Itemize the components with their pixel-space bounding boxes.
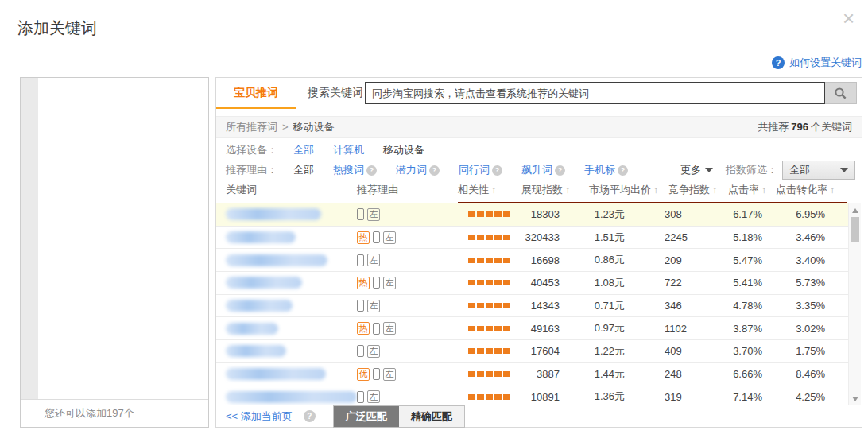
redacted-keyword xyxy=(226,391,357,403)
ctr-cell: 3.70% xyxy=(715,340,762,362)
hot-badge: 热 xyxy=(357,277,370,289)
sort-arrow-icon[interactable]: ↑ xyxy=(712,184,717,196)
reason-option-0[interactable]: 全部 xyxy=(293,163,314,177)
table-row[interactable]: 左108911.36元3197.14%4.25% xyxy=(216,386,849,407)
relevance-block-icon xyxy=(468,371,475,377)
reason-option-5[interactable]: 手机标? xyxy=(584,163,628,177)
close-icon[interactable]: × xyxy=(843,8,854,29)
scroll-down-button[interactable] xyxy=(849,393,861,405)
competition-cell: 308 xyxy=(665,203,712,226)
tab-search-keywords[interactable]: 搜索关键词 xyxy=(296,78,375,107)
relevance-block-icon xyxy=(494,280,502,285)
help-icon[interactable]: ? xyxy=(618,165,628,176)
match-help-icon[interactable]: ? xyxy=(304,410,316,422)
avg-price-cell: 0.71元 xyxy=(566,295,625,317)
device-option-2[interactable]: 移动设备 xyxy=(383,143,424,157)
device-option-1[interactable]: 计算机 xyxy=(333,143,364,157)
ctr-cell: 4.78% xyxy=(715,295,762,317)
column-header-7[interactable]: 点击转化率↑ xyxy=(776,183,835,197)
reason-option-1[interactable]: 热搜词? xyxy=(333,163,377,177)
left-badge: 左 xyxy=(383,368,396,381)
impressions-cell: 40453 xyxy=(512,272,560,294)
cvr-cell: 3.46% xyxy=(777,227,825,249)
table-row[interactable]: 左176041.22元4093.70%1.75% xyxy=(216,340,849,363)
sort-arrow-icon[interactable]: ↑ xyxy=(761,184,766,196)
mobile-icon xyxy=(373,323,380,335)
sort-arrow-icon[interactable]: ↑ xyxy=(565,184,570,196)
help-icon[interactable]: ? xyxy=(492,165,502,176)
table-row[interactable]: 热左404531.08元7225.41%5.73% xyxy=(216,272,849,295)
table-row[interactable]: 热左3204331.51元22455.18%3.46% xyxy=(216,227,849,250)
reason-option-4[interactable]: 飙升词? xyxy=(521,163,565,177)
relevance-block-icon xyxy=(477,211,484,217)
relevance-block-icon xyxy=(503,394,510,400)
column-header-4[interactable]: 市场平均出价↑ xyxy=(589,183,658,197)
sort-arrow-icon[interactable]: ↑ xyxy=(830,184,835,196)
cvr-cell: 3.35% xyxy=(777,295,825,317)
mobile-icon xyxy=(357,345,364,357)
competition-cell: 319 xyxy=(665,386,712,407)
table-row[interactable]: 优左38871.44元2486.66%8.46% xyxy=(216,363,849,386)
relevance-block-icon xyxy=(486,303,493,308)
add-current-page-link[interactable]: << 添加当前页 xyxy=(226,409,293,424)
mobile-icon xyxy=(357,208,364,220)
keyword-search-input[interactable] xyxy=(365,82,825,104)
scroll-up-button[interactable] xyxy=(849,205,861,216)
keyword-cell xyxy=(226,203,357,226)
match-button-0[interactable]: 广泛匹配 xyxy=(334,406,399,427)
relevance-block-icon xyxy=(468,394,475,400)
breadcrumb-root[interactable]: 所有推荐词 xyxy=(226,120,277,134)
reason-filter-options: 全部热搜词?潜力词?同行词?飙升词?手机标? xyxy=(293,163,647,177)
more-filters-link[interactable]: 更多 xyxy=(680,163,713,177)
relevance-block-icon xyxy=(477,258,484,263)
reason-option-2[interactable]: 潜力词? xyxy=(396,163,440,177)
impressions-cell: 18303 xyxy=(512,203,560,226)
how-to-set-keywords-link[interactable]: ? 如何设置关键词 xyxy=(772,56,862,70)
ctr-cell: 3.87% xyxy=(715,317,762,339)
help-icon[interactable]: ? xyxy=(555,165,565,176)
competition-cell: 346 xyxy=(665,295,712,317)
tab-item-words[interactable]: 宝贝推词 xyxy=(216,79,296,109)
column-header-1: 推荐理由 xyxy=(357,183,398,197)
table-row[interactable]: 左166980.86元2095.47%3.40% xyxy=(216,249,849,272)
total-suffix: 个关键词 xyxy=(811,121,852,133)
index-filter-select[interactable]: 全部 xyxy=(782,161,855,180)
sort-arrow-icon[interactable]: ↑ xyxy=(653,184,658,196)
scrollbar-thumb[interactable] xyxy=(851,217,859,242)
relevance-block-icon xyxy=(494,258,502,263)
ctr-cell: 5.47% xyxy=(715,249,762,271)
column-header-3[interactable]: 展现指数↑ xyxy=(521,183,570,197)
relevance-block-icon xyxy=(486,371,493,377)
mobile-icon xyxy=(357,254,364,266)
impressions-cell: 3887 xyxy=(512,363,560,386)
sort-arrow-icon[interactable]: ↑ xyxy=(491,184,496,196)
relevance-block-icon xyxy=(494,303,502,308)
reason-badges-cell: 优左 xyxy=(357,363,456,386)
impressions-cell: 14343 xyxy=(512,295,560,317)
table-row[interactable]: 热左491630.97元11023.87%3.02% xyxy=(216,317,849,340)
cvr-cell: 4.25% xyxy=(777,386,825,407)
keyword-cell xyxy=(226,317,357,339)
table-row[interactable]: 左183031.23元3086.17%6.95% xyxy=(216,203,849,227)
help-icon[interactable]: ? xyxy=(366,165,377,176)
mobile-icon xyxy=(357,300,364,312)
tab-bar: 宝贝推词搜索关键词 xyxy=(216,78,862,107)
left-badge: 左 xyxy=(383,277,396,289)
help-icon[interactable]: ? xyxy=(429,165,440,176)
relevance-block-icon xyxy=(468,303,475,308)
match-button-1[interactable]: 精确匹配 xyxy=(399,406,464,427)
avg-price-cell: 1.36元 xyxy=(566,386,625,407)
total-keywords-text: 共推荐796个关键词 xyxy=(758,120,852,134)
table-row[interactable]: 左143430.71元3464.78%3.35% xyxy=(216,295,849,318)
keyword-cell xyxy=(226,249,357,271)
table-scrollbar[interactable] xyxy=(848,203,861,406)
column-header-6[interactable]: 点击率↑ xyxy=(728,183,766,197)
column-header-5[interactable]: 竞争指数↑ xyxy=(668,183,717,197)
reason-option-3[interactable]: 同行词? xyxy=(459,163,502,177)
device-option-0[interactable]: 全部 xyxy=(293,143,314,157)
search-button[interactable] xyxy=(825,82,857,104)
impressions-cell: 10891 xyxy=(512,386,560,407)
device-filter-row: 选择设备： 全部计算机移动设备 xyxy=(216,141,862,159)
column-header-2[interactable]: 相关性↑ xyxy=(458,183,496,197)
ctr-cell: 6.66% xyxy=(715,363,762,386)
